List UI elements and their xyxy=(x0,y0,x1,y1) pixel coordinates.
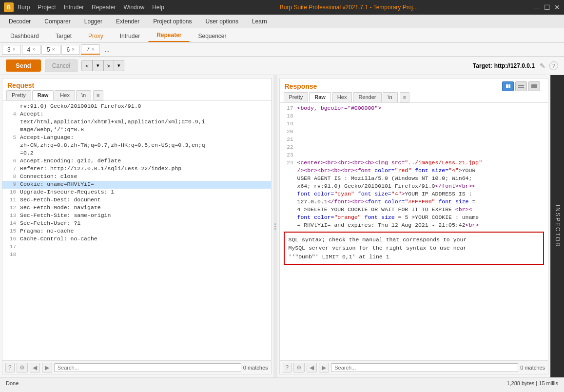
view-toggle-split[interactable] xyxy=(502,81,514,91)
resp-line-24g: 4 >DELETE YOUR COOKIE OR WAIT FOR IT TO … xyxy=(280,206,548,214)
statusbar: Done 1,288 bytes | 15 millis xyxy=(0,377,564,388)
minimize-button[interactable]: — xyxy=(533,3,540,11)
req-search-input[interactable] xyxy=(54,363,241,372)
view-toggle-horizontal[interactable] xyxy=(515,81,527,91)
subtab-5-label: 5 xyxy=(47,46,50,53)
resp-search-settings-icon[interactable]: ⚙ xyxy=(293,363,305,372)
resp-search-input[interactable] xyxy=(331,363,518,372)
nav-logger[interactable]: Logger xyxy=(78,16,109,27)
window-controls: — ☐ ✕ xyxy=(533,3,560,11)
tab-intruder[interactable]: Intruder xyxy=(112,30,148,42)
req-line-3: text/html,application/xhtml+xml,applicat… xyxy=(2,118,271,126)
resp-line-24c: USER AGENT IS : Mozilla/5.0 (Windows NT … xyxy=(280,175,548,183)
subtab-7[interactable]: 7 × xyxy=(81,44,100,55)
nav-fwd-dropdown[interactable]: ▾ xyxy=(114,60,124,71)
req-tab-menu[interactable]: ≡ xyxy=(93,90,103,100)
subtab-3-close[interactable]: × xyxy=(13,47,16,52)
subtab-4-close[interactable]: × xyxy=(32,47,35,52)
inspector-sidebar[interactable]: INSPECTOR xyxy=(550,75,564,377)
response-content[interactable]: 17 <body, bgcolor="#000000"> 18 19 20 21… xyxy=(280,103,548,360)
subtab-3[interactable]: 3 × xyxy=(2,45,21,55)
req-tab-raw[interactable]: Raw xyxy=(32,90,54,100)
target-label: Target: xyxy=(473,62,492,69)
req-tab-hex[interactable]: Hex xyxy=(55,90,75,100)
app-logo: B xyxy=(4,2,14,12)
view-toggle-single[interactable] xyxy=(528,81,540,91)
menu-burp[interactable]: Burp xyxy=(18,4,30,11)
nav-learn[interactable]: Learn xyxy=(245,16,274,27)
req-line-14: 12 Sec-Fetch-Mode: navigate xyxy=(2,204,271,212)
menu-intruder[interactable]: Intruder xyxy=(64,4,84,11)
resp-tab-menu[interactable]: ≡ xyxy=(400,92,409,102)
req-search-settings-icon[interactable]: ⚙ xyxy=(17,363,28,372)
send-button[interactable]: Send xyxy=(6,59,41,72)
navigation-buttons: < ▾ > ▾ xyxy=(81,60,124,71)
tab-dashboard[interactable]: Dashboard xyxy=(2,30,47,42)
close-button[interactable]: ✕ xyxy=(554,3,560,11)
subtab-3-label: 3 xyxy=(7,46,11,53)
resp-line-19: 19 xyxy=(280,120,548,128)
nav-comparer[interactable]: Comparer xyxy=(38,16,77,27)
subtab-5-close[interactable]: × xyxy=(52,47,55,52)
resp-search-next-icon[interactable]: ▶ xyxy=(319,363,329,372)
subtab-7-close[interactable]: × xyxy=(92,47,95,52)
resp-tab-hex[interactable]: Hex xyxy=(332,92,352,102)
nav-top: Decoder Comparer Logger Extender Project… xyxy=(0,15,564,28)
view-toggles xyxy=(502,81,540,91)
resp-search-help-icon[interactable]: ? xyxy=(283,363,292,372)
subtab-6[interactable]: 6 × xyxy=(61,45,80,55)
nav-decoder[interactable]: Decoder xyxy=(2,16,38,27)
toolbar: Send Cancel < ▾ > ▾ Target: http://127.0… xyxy=(0,57,564,75)
req-tab-pretty[interactable]: Pretty xyxy=(6,90,31,100)
req-line-8: 6 Accept-Encoding: gzip, deflate xyxy=(2,157,271,165)
help-icon[interactable]: ? xyxy=(549,61,558,70)
maximize-button[interactable]: ☐ xyxy=(544,3,550,11)
req-line-19: 17 xyxy=(2,243,271,251)
error-line-2: MySQL server version for the right synta… xyxy=(289,245,467,251)
nav-back-button[interactable]: < xyxy=(81,60,92,71)
sub-tabs: 3 × 4 × 5 × 6 × 7 × ... xyxy=(0,43,564,57)
resp-tab-pretty[interactable]: Pretty xyxy=(284,92,309,102)
nav-user-options[interactable]: User options xyxy=(199,16,245,27)
nav-extender[interactable]: Extender xyxy=(109,16,146,27)
req-line-17: 15 Pragma: no-cache xyxy=(2,228,271,235)
logo-text: B xyxy=(7,4,11,10)
tab-sequencer[interactable]: Sequencer xyxy=(190,30,234,42)
resp-search-prev-icon[interactable]: ◀ xyxy=(307,363,317,372)
resp-line-18: 18 xyxy=(280,113,548,120)
resp-tab-raw[interactable]: Raw xyxy=(309,92,331,102)
menu-project[interactable]: Project xyxy=(38,4,56,11)
nav-fwd-button[interactable]: > xyxy=(103,60,114,71)
req-tab-newline[interactable]: \n xyxy=(76,90,91,100)
resp-tab-render[interactable]: Render xyxy=(353,92,381,102)
req-search-next-icon[interactable]: ▶ xyxy=(42,363,52,372)
req-line-5: 5 Accept-Language: xyxy=(2,134,271,142)
request-content[interactable]: rv:91.0) Gecko/20100101 Firefox/91.0 4 A… xyxy=(2,101,271,360)
tab-repeater[interactable]: Repeater xyxy=(148,29,190,42)
resp-line-24e: font color="cyan" font size="4">YOUR IP … xyxy=(280,191,548,198)
req-search-prev-icon[interactable]: ◀ xyxy=(30,363,40,372)
edit-target-icon[interactable]: ✎ xyxy=(540,62,545,70)
req-line-7: =0.2 xyxy=(2,150,271,157)
resp-tab-newline[interactable]: \n xyxy=(383,92,398,102)
menu-window[interactable]: Window xyxy=(123,4,144,11)
nav-project-options[interactable]: Project options xyxy=(146,16,198,27)
menu-repeater[interactable]: Repeater xyxy=(92,4,116,11)
main-tabs: Dashboard Target Proxy Intruder Repeater… xyxy=(0,28,564,43)
subtab-6-close[interactable]: × xyxy=(72,47,75,52)
req-line-1: rv:91.0) Gecko/20100101 Firefox/91.0 xyxy=(2,103,271,111)
subtab-more[interactable]: ... xyxy=(101,45,114,54)
tab-proxy[interactable]: Proxy xyxy=(80,30,112,42)
error-line-1: SQL syntax; check the manual that corres… xyxy=(289,236,467,243)
tab-target[interactable]: Target xyxy=(47,30,80,42)
req-search-help-icon[interactable]: ? xyxy=(5,363,15,372)
menu-help[interactable]: Help xyxy=(152,4,164,11)
subtab-5[interactable]: 5 × xyxy=(41,45,60,55)
response-search-bar: ? ⚙ ◀ ▶ 0 matches xyxy=(280,360,548,374)
cancel-button[interactable]: Cancel xyxy=(45,59,78,72)
nav-back-dropdown[interactable]: ▾ xyxy=(93,60,103,71)
panel-divider[interactable] xyxy=(273,75,277,377)
req-line-6: zh-CN,zh;q=0.8,zh-TW;q=0.7,zh-HK;q=0.5,e… xyxy=(2,142,271,150)
subtab-4[interactable]: 4 × xyxy=(22,45,41,55)
resp-line-21: 21 xyxy=(280,136,548,144)
